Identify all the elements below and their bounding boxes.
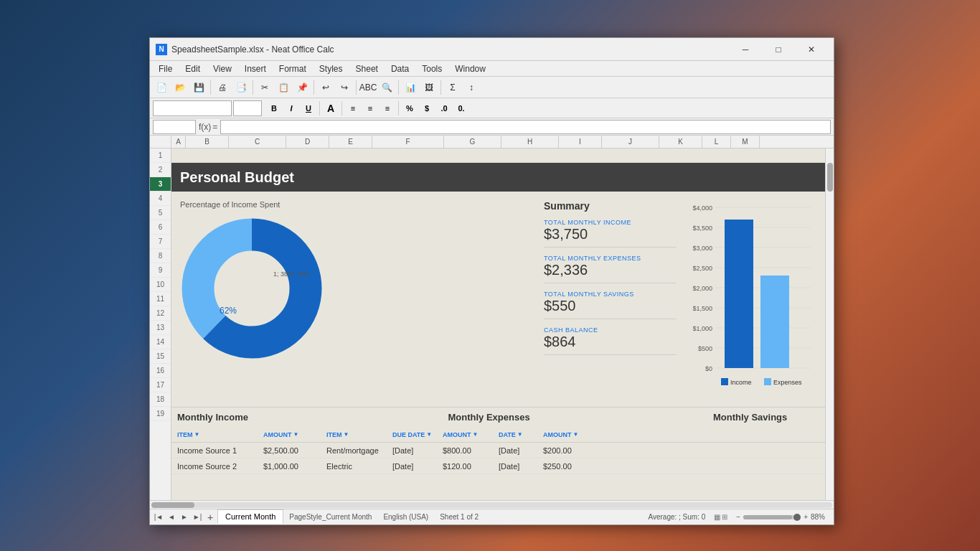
- maximize-button[interactable]: □: [762, 38, 795, 61]
- view-page-icon[interactable]: ⊞: [722, 513, 727, 521]
- pdf-button[interactable]: 📑: [232, 79, 250, 96]
- align-right-button[interactable]: ≡: [380, 100, 395, 116]
- sheet-nav-prev[interactable]: ◄: [166, 512, 177, 523]
- svg-text:$4,000: $4,000: [692, 204, 712, 212]
- title-bar: N SpeadsheetSample.xlsx - Neat Office Ca…: [150, 38, 834, 61]
- menu-data[interactable]: Data: [385, 62, 415, 75]
- formula-fx-icon[interactable]: f(x): [199, 122, 211, 132]
- menu-file[interactable]: File: [153, 62, 178, 75]
- menu-styles[interactable]: Styles: [314, 62, 349, 75]
- row-num-5: 5: [150, 206, 171, 220]
- zoom-controls: Average: ; Sum: 0 ▦ ⊞ − + 88%: [648, 513, 825, 521]
- sheet-nav-next[interactable]: ►: [179, 512, 190, 523]
- font-name-input[interactable]: Century Gothic: [153, 100, 232, 116]
- separator: [398, 101, 399, 116]
- align-left-button[interactable]: ≡: [345, 100, 361, 116]
- increase-decimal-button[interactable]: .0: [436, 100, 452, 116]
- bottom-bar: |◄ ◄ ► ►| + Current Month PageStyle_Curr…: [150, 509, 834, 524]
- italic-button[interactable]: I: [283, 100, 299, 116]
- income-amount-dropdown[interactable]: ▼: [293, 431, 299, 438]
- zoom-in-button[interactable]: +: [804, 513, 808, 521]
- zoom-out-button[interactable]: −: [736, 513, 740, 521]
- undo-button[interactable]: ↩: [317, 79, 334, 96]
- row-num-9: 9: [150, 263, 171, 278]
- summary-total-expenses: TOTAL MONTHLY EXPENSES $2,336: [544, 255, 677, 283]
- open-button[interactable]: 📂: [171, 79, 189, 96]
- separator: [341, 101, 342, 116]
- donut-section-title: Percentage of Income Spent: [180, 200, 535, 209]
- svg-text:Income: Income: [730, 379, 752, 386]
- separator: [398, 80, 399, 95]
- save-button[interactable]: 💾: [190, 79, 207, 96]
- cut-button[interactable]: ✂: [256, 79, 273, 96]
- row-num-3: 3: [150, 177, 171, 192]
- toolbar-standard: 📄 📂 💾 🖨 📑 ✂ 📋 📌 ↩ ↪ ABC 🔍 📊 🖼 Σ ↕: [150, 77, 834, 98]
- cell-content-area[interactable]: Personal Budget Percentage of Income Spe…: [171, 149, 834, 500]
- sheet-tab-current-month[interactable]: Current Month: [217, 509, 283, 524]
- print-button[interactable]: 🖨: [214, 79, 231, 96]
- zoom-slider-track[interactable]: [743, 515, 801, 519]
- total-savings-label: TOTAL MONTHLY SAVINGS: [544, 291, 677, 298]
- vertical-scrollbar-thumb[interactable]: [827, 163, 833, 192]
- menu-tools[interactable]: Tools: [416, 62, 448, 75]
- redo-button[interactable]: ↪: [336, 79, 353, 96]
- image-button[interactable]: 🖼: [420, 79, 438, 96]
- view-normal-icon[interactable]: ▦: [714, 513, 720, 521]
- formula-equals-icon[interactable]: =: [212, 122, 217, 132]
- bold-button[interactable]: B: [266, 100, 282, 116]
- horizontal-scrollbar[interactable]: [150, 500, 834, 509]
- total-savings-value: $550: [544, 298, 677, 314]
- status-bar: PageStyle_Current Month English (USA) Sh…: [283, 513, 831, 521]
- new-button[interactable]: 📄: [153, 79, 170, 96]
- horizontal-scrollbar-thumb[interactable]: [151, 502, 194, 508]
- svg-rect-27: [764, 378, 771, 385]
- spellcheck-button[interactable]: ABC: [359, 79, 377, 96]
- savings-date-dropdown[interactable]: ▼: [517, 431, 523, 438]
- formula-button[interactable]: Σ: [444, 79, 461, 96]
- col-header-e: E: [329, 136, 372, 148]
- currency-button[interactable]: $: [419, 100, 435, 116]
- income-row1-amount: $2,500.00: [263, 446, 321, 455]
- expense-amount-dropdown[interactable]: ▼: [473, 431, 479, 438]
- menu-window[interactable]: Window: [449, 62, 491, 75]
- donut-chart-svg: 62% 1; 38%; 38%: [180, 213, 324, 364]
- chart-button[interactable]: 📊: [402, 79, 419, 96]
- row-num-1: 1: [150, 149, 171, 163]
- expense-item-dropdown[interactable]: ▼: [344, 431, 349, 438]
- menu-format[interactable]: Format: [273, 62, 312, 75]
- search-button[interactable]: 🔍: [378, 79, 395, 96]
- row-num-17: 17: [150, 378, 171, 392]
- close-button[interactable]: ✕: [795, 38, 828, 61]
- paste-button[interactable]: 📌: [293, 79, 311, 96]
- sheet-nav-first[interactable]: |◄: [153, 512, 164, 523]
- cell-reference-input[interactable]: R3: [153, 120, 196, 134]
- align-center-button[interactable]: ≡: [362, 100, 378, 116]
- font-color-button[interactable]: A: [323, 100, 339, 116]
- savings-amount-dropdown[interactable]: ▼: [573, 431, 579, 438]
- underline-button[interactable]: U: [301, 100, 316, 116]
- monthly-income-title: Monthly Income: [177, 412, 440, 423]
- menu-edit[interactable]: Edit: [179, 62, 206, 75]
- zoom-slider-thumb[interactable]: [793, 514, 801, 521]
- percent-button[interactable]: %: [402, 100, 418, 116]
- menu-view[interactable]: View: [207, 62, 237, 75]
- col-header-a: A: [171, 136, 186, 148]
- sort-button[interactable]: ↕: [463, 79, 480, 96]
- svg-text:$500: $500: [698, 345, 712, 352]
- menu-sheet[interactable]: Sheet: [350, 62, 384, 75]
- formula-input[interactable]: [220, 120, 831, 134]
- vertical-scrollbar[interactable]: [825, 149, 834, 500]
- font-size-input[interactable]: 10: [233, 100, 262, 116]
- svg-text:Expenses: Expenses: [773, 379, 802, 386]
- add-sheet-button[interactable]: +: [204, 512, 216, 523]
- summary-cash-balance: CASH BALANCE $864: [544, 326, 677, 355]
- sheet-nav-last[interactable]: ►|: [192, 512, 203, 523]
- copy-button[interactable]: 📋: [275, 79, 292, 96]
- row-2-title: Personal Budget: [171, 163, 834, 192]
- row-num-13: 13: [150, 321, 171, 335]
- expense-date-dropdown[interactable]: ▼: [426, 431, 432, 438]
- decrease-decimal-button[interactable]: 0.: [453, 100, 469, 116]
- menu-insert[interactable]: Insert: [239, 62, 272, 75]
- income-item-dropdown[interactable]: ▼: [194, 431, 200, 438]
- minimize-button[interactable]: ─: [729, 38, 762, 61]
